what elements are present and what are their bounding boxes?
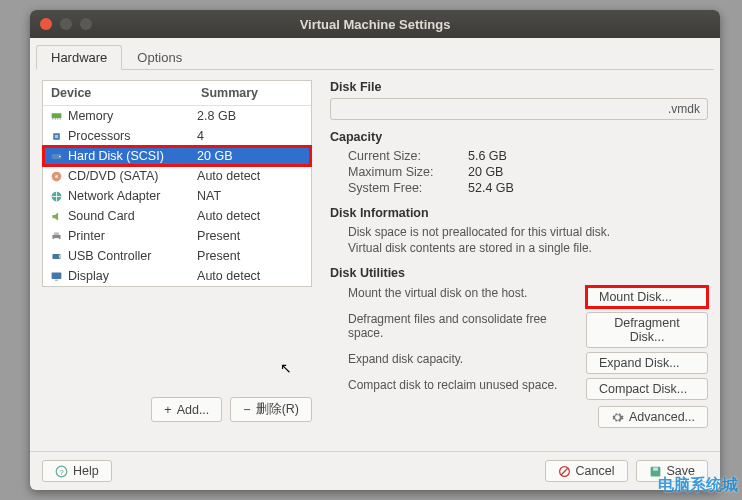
footer: ? Help Cancel Save <box>30 451 720 490</box>
disk-info-1: Disk space is not preallocated for this … <box>330 224 708 240</box>
device-row-printer[interactable]: PrinterPresent <box>43 226 311 246</box>
device-row-memory[interactable]: Memory2.8 GB <box>43 106 311 126</box>
cancel-icon <box>558 465 571 478</box>
util-expand-row: Expand disk capacity. Expand Disk... <box>330 350 708 376</box>
device-table-header: Device Summary <box>43 81 311 106</box>
gear-icon <box>611 411 624 424</box>
svg-rect-18 <box>55 279 58 280</box>
svg-rect-2 <box>55 118 56 120</box>
printer-icon <box>50 230 63 243</box>
disk-info-2: Virtual disk contents are stored in a si… <box>330 240 708 256</box>
cpu-icon <box>50 130 63 143</box>
svg-rect-16 <box>59 254 61 257</box>
svg-point-8 <box>59 155 61 157</box>
mount-disk-button[interactable]: Mount Disk... <box>586 286 708 308</box>
disk-file-field[interactable] <box>330 98 708 120</box>
device-name: Hard Disk (SCSI) <box>68 149 164 163</box>
advanced-button[interactable]: Advanced... <box>598 406 708 428</box>
util-mount-row: Mount the virtual disk on the host. Moun… <box>330 284 708 310</box>
cancel-button[interactable]: Cancel <box>545 460 628 482</box>
max-size-row: Maximum Size:20 GB <box>330 164 708 180</box>
save-icon <box>649 465 662 478</box>
svg-rect-17 <box>52 272 62 279</box>
disk-file-input[interactable] <box>332 100 706 118</box>
tab-options[interactable]: Options <box>122 45 197 70</box>
right-panel: Disk File Capacity Current Size:5.6 GB M… <box>330 80 708 445</box>
disk-utilities-label: Disk Utilities <box>330 266 708 280</box>
minus-icon: − <box>243 403 250 417</box>
svg-rect-1 <box>52 118 53 120</box>
capacity-label: Capacity <box>330 130 708 144</box>
device-name: Memory <box>68 109 113 123</box>
usb-icon <box>50 250 63 263</box>
device-summary: 20 GB <box>193 146 311 166</box>
device-row-hdd[interactable]: Hard Disk (SCSI)20 GB <box>43 146 311 166</box>
device-row-cd[interactable]: CD/DVD (SATA)Auto detect <box>43 166 311 186</box>
svg-rect-24 <box>653 467 658 470</box>
compact-disk-button[interactable]: Compact Disk... <box>586 378 708 400</box>
hdd-icon <box>50 150 63 163</box>
sys-free-row: System Free:52.4 GB <box>330 180 708 196</box>
device-name: Display <box>68 269 109 283</box>
device-row-net[interactable]: Network AdapterNAT <box>43 186 311 206</box>
disk-info-label: Disk Information <box>330 206 708 220</box>
util-defrag-row: Defragment files and consolidate free sp… <box>330 310 708 350</box>
settings-window: Virtual Machine Settings Hardware Option… <box>30 10 720 490</box>
titlebar: Virtual Machine Settings <box>30 10 720 38</box>
header-summary: Summary <box>193 81 311 105</box>
device-summary: 2.8 GB <box>193 106 311 126</box>
help-button[interactable]: ? Help <box>42 460 112 482</box>
disk-file-label: Disk File <box>330 80 708 94</box>
device-row-cpu[interactable]: Processors4 <box>43 126 311 146</box>
net-icon <box>50 190 63 203</box>
add-button[interactable]: +Add... <box>151 397 222 422</box>
svg-rect-14 <box>54 238 59 240</box>
sound-icon <box>50 210 63 223</box>
device-name: Network Adapter <box>68 189 160 203</box>
help-icon: ? <box>55 465 68 478</box>
current-size-row: Current Size:5.6 GB <box>330 148 708 164</box>
device-row-display[interactable]: DisplayAuto detect <box>43 266 311 286</box>
svg-rect-13 <box>54 232 59 234</box>
svg-point-10 <box>55 175 57 177</box>
device-summary: Present <box>193 226 311 246</box>
util-compact-row: Compact disk to reclaim unused space. Co… <box>330 376 708 402</box>
device-row-sound[interactable]: Sound CardAuto detect <box>43 206 311 226</box>
device-name: Printer <box>68 229 105 243</box>
expand-disk-button[interactable]: Expand Disk... <box>586 352 708 374</box>
remove-button[interactable]: −删除(R) <box>230 397 312 422</box>
defragment-disk-button[interactable]: Defragment Disk... <box>586 312 708 348</box>
display-icon <box>50 270 63 283</box>
svg-rect-0 <box>52 113 62 118</box>
device-name: Processors <box>68 129 131 143</box>
svg-rect-4 <box>60 118 61 120</box>
device-summary: Present <box>193 246 311 266</box>
left-panel: Device Summary Memory2.8 GBProcessors4Ha… <box>42 80 312 445</box>
svg-line-22 <box>561 468 568 475</box>
device-summary: Auto detect <box>193 266 311 286</box>
header-device: Device <box>43 81 193 105</box>
svg-rect-3 <box>57 118 58 120</box>
svg-rect-6 <box>55 134 58 137</box>
plus-icon: + <box>164 403 171 417</box>
device-table: Device Summary Memory2.8 GBProcessors4Ha… <box>42 80 312 287</box>
device-name: Sound Card <box>68 209 135 223</box>
device-summary: 4 <box>193 126 311 146</box>
memory-icon <box>50 110 63 123</box>
svg-text:?: ? <box>59 467 64 476</box>
device-name: USB Controller <box>68 249 151 263</box>
cd-icon <box>50 170 63 183</box>
device-summary: Auto detect <box>193 206 311 226</box>
device-summary: Auto detect <box>193 166 311 186</box>
tab-hardware[interactable]: Hardware <box>36 45 122 70</box>
device-row-usb[interactable]: USB ControllerPresent <box>43 246 311 266</box>
device-name: CD/DVD (SATA) <box>68 169 159 183</box>
tabs: Hardware Options <box>36 44 714 70</box>
save-button[interactable]: Save <box>636 460 709 482</box>
window-title: Virtual Machine Settings <box>30 17 720 32</box>
device-summary: NAT <box>193 186 311 206</box>
